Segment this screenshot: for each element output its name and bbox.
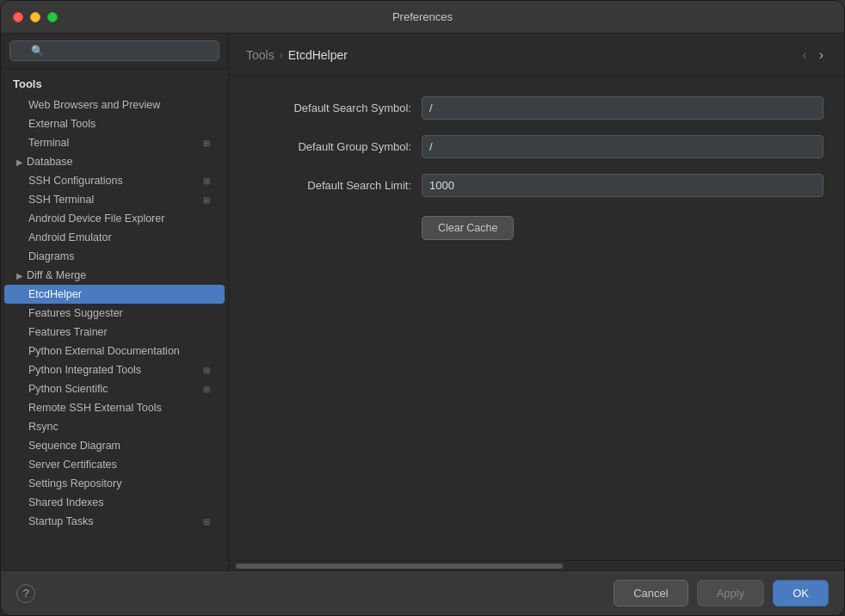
sidebar: ⌕ Tools Web Browsers and Preview Externa… — [1, 34, 229, 570]
sidebar-item-external-tools[interactable]: External Tools — [4, 114, 225, 133]
main-content: Tools › EtcdHelper ‹ › Default Search Sy… — [229, 34, 844, 570]
sidebar-item-diagrams[interactable]: Diagrams — [4, 247, 225, 266]
sidebar-item-web-browsers[interactable]: Web Browsers and Preview — [4, 95, 225, 114]
traffic-lights — [13, 12, 58, 22]
sidebar-item-label: Startup Tasks — [28, 515, 94, 527]
sidebar-item-ssh-configurations[interactable]: SSH Configurations ⊞ — [4, 171, 225, 190]
sidebar-item-label: Features Suggester — [28, 307, 123, 319]
titlebar: Preferences — [1, 1, 844, 34]
label-default-group-symbol: Default Group Symbol: — [250, 140, 422, 153]
close-button[interactable] — [13, 12, 23, 22]
bottom-actions: Cancel Apply OK — [614, 580, 829, 607]
maximize-button[interactable] — [47, 12, 58, 22]
label-default-search-limit: Default Search Limit: — [250, 179, 422, 192]
sidebar-list: Tools Web Browsers and Preview External … — [1, 69, 228, 570]
sidebar-item-label: Terminal — [28, 137, 69, 149]
sidebar-item-label: Web Browsers and Preview — [28, 99, 160, 111]
horizontal-scrollbar[interactable] — [229, 560, 844, 570]
sidebar-item-label: Android Device File Explorer — [28, 213, 164, 225]
scroll-thumb[interactable] — [236, 564, 563, 569]
sidebar-item-diff-merge[interactable]: ▶ Diff & Merge — [4, 266, 225, 285]
form-row-search-limit: Default Search Limit: — [250, 174, 823, 197]
sidebar-item-features-suggester[interactable]: Features Suggester — [4, 304, 225, 323]
sidebar-item-ssh-terminal[interactable]: SSH Terminal ⊞ — [4, 190, 225, 209]
sidebar-item-label: Diff & Merge — [27, 269, 86, 281]
sidebar-item-label: Python Integrated Tools — [28, 364, 141, 376]
expand-icon: ⊞ — [200, 383, 213, 395]
sidebar-item-label: Python External Documentation — [28, 345, 180, 357]
sidebar-item-settings-repository[interactable]: Settings Repository — [4, 474, 225, 493]
minimize-button[interactable] — [30, 12, 40, 22]
expand-icon: ⊞ — [200, 515, 213, 527]
input-default-group-symbol[interactable] — [422, 135, 823, 158]
expand-icon: ⊞ — [200, 137, 213, 149]
sidebar-item-label: EtcdHelper — [28, 288, 82, 300]
form-row-group-symbol: Default Group Symbol: — [250, 135, 823, 158]
sidebar-item-label: Settings Repository — [28, 477, 121, 490]
sidebar-item-label: Database — [27, 156, 73, 168]
apply-button[interactable]: Apply — [697, 580, 765, 607]
preferences-window: Preferences ⌕ Tools Web Browsers and Pre… — [0, 0, 845, 616]
window-title: Preferences — [392, 10, 453, 23]
sidebar-item-label: Features Trainer — [28, 326, 108, 338]
sidebar-item-server-certificates[interactable]: Server Certificates — [4, 455, 225, 474]
sidebar-item-label: Server Certificates — [28, 459, 117, 471]
sidebar-item-sequence-diagram[interactable]: Sequence Diagram — [4, 436, 225, 455]
sidebar-item-label: Remote SSH External Tools — [28, 402, 162, 414]
sidebar-item-label: Sequence Diagram — [28, 440, 120, 452]
sidebar-item-terminal[interactable]: Terminal ⊞ — [4, 133, 225, 152]
sidebar-item-label: Diagrams — [28, 250, 75, 262]
sidebar-item-label: Rsync — [28, 421, 59, 433]
sidebar-item-features-trainer[interactable]: Features Trainer — [4, 323, 225, 342]
sidebar-item-label: Python Scientific — [28, 383, 108, 395]
label-default-search-symbol: Default Search Symbol: — [250, 102, 422, 114]
chevron-right-icon: ▶ — [16, 271, 23, 280]
sidebar-item-startup-tasks[interactable]: Startup Tasks ⊞ — [4, 512, 225, 531]
sidebar-item-label: SSH Terminal — [28, 194, 94, 206]
nav-buttons: ‹ › — [799, 46, 827, 65]
clear-cache-section: Clear Cache — [422, 213, 823, 240]
back-button[interactable]: ‹ — [799, 46, 810, 65]
input-default-search-limit[interactable] — [422, 174, 823, 197]
sidebar-item-label: Android Emulator — [28, 231, 112, 243]
chevron-right-icon: ▶ — [16, 157, 23, 167]
sidebar-item-database[interactable]: ▶ Database — [4, 152, 225, 171]
sidebar-item-rsync[interactable]: Rsync — [4, 417, 225, 436]
search-wrapper: ⌕ — [9, 40, 219, 61]
sidebar-item-python-external-docs[interactable]: Python External Documentation — [4, 342, 225, 360]
sidebar-section-tools: Tools — [1, 72, 228, 95]
breadcrumb-current: EtcdHelper — [288, 48, 348, 62]
sidebar-item-android-device[interactable]: Android Device File Explorer — [4, 209, 225, 228]
input-default-search-symbol[interactable] — [422, 96, 823, 120]
help-button[interactable]: ? — [16, 584, 35, 603]
sidebar-item-android-emulator[interactable]: Android Emulator — [4, 228, 225, 247]
expand-icon: ⊞ — [200, 175, 213, 187]
sidebar-item-label: Shared Indexes — [28, 496, 104, 508]
window-body: ⌕ Tools Web Browsers and Preview Externa… — [1, 34, 844, 570]
bottom-bar: ? Cancel Apply OK — [1, 570, 844, 615]
sidebar-item-etcdhelper[interactable]: EtcdHelper — [4, 285, 225, 304]
search-input[interactable] — [9, 40, 219, 61]
clear-cache-button[interactable]: Clear Cache — [422, 216, 514, 240]
sidebar-item-python-scientific[interactable]: Python Scientific ⊞ — [4, 379, 225, 398]
content-body: Default Search Symbol: Default Group Sym… — [229, 76, 844, 560]
sidebar-item-shared-indexes[interactable]: Shared Indexes — [4, 493, 225, 512]
expand-icon: ⊞ — [200, 194, 213, 206]
forward-button[interactable]: › — [816, 46, 827, 65]
sidebar-item-label: External Tools — [28, 118, 96, 130]
sidebar-item-remote-ssh-external-tools[interactable]: Remote SSH External Tools — [4, 398, 225, 417]
sidebar-item-label: SSH Configurations — [28, 175, 123, 187]
content-header: Tools › EtcdHelper ‹ › — [229, 34, 844, 76]
breadcrumb-separator: › — [280, 49, 283, 61]
sidebar-item-python-integrated-tools[interactable]: Python Integrated Tools ⊞ — [4, 360, 225, 379]
expand-icon: ⊞ — [200, 364, 213, 376]
cancel-button[interactable]: Cancel — [614, 580, 688, 607]
ok-button[interactable]: OK — [773, 580, 829, 607]
breadcrumb-parent: Tools — [246, 48, 274, 62]
search-bar: ⌕ — [1, 34, 228, 69]
form-row-search-symbol: Default Search Symbol: — [250, 96, 823, 120]
